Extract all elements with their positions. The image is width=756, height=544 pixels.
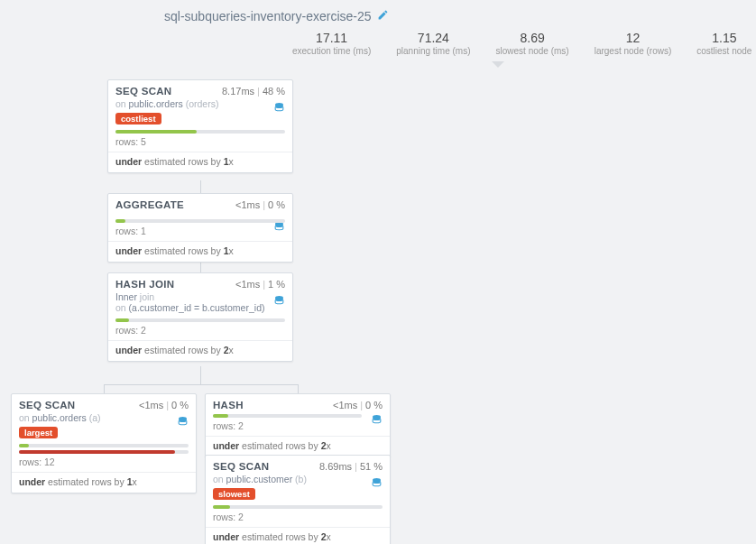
- row-estimate: under estimated rows by 1x: [108, 241, 292, 256]
- progress-fill: [115, 130, 197, 134]
- progress-bar-rows: [19, 450, 189, 454]
- progress-bar: [115, 318, 285, 322]
- stat-costliest-node: 1.15 costliest node: [684, 31, 756, 56]
- node-timing: 8.17ms|48 %: [222, 86, 285, 97]
- row-estimate: under estimated rows by 2x: [206, 436, 390, 451]
- stat-value: 17.11: [292, 31, 371, 45]
- connector: [104, 384, 105, 393]
- stat-execution-time: 17.11 execution time (ms): [280, 31, 383, 56]
- node-time-pct: 0 %: [171, 400, 189, 410]
- edit-icon[interactable]: [377, 9, 389, 23]
- node-relation: on public.customer (b): [213, 474, 383, 484]
- rows-count: rows: 5: [115, 136, 285, 147]
- database-icon[interactable]: [177, 416, 189, 430]
- stat-label: execution time (ms): [292, 46, 371, 56]
- progress-fill: [19, 444, 29, 447]
- plan-node-hash-join[interactable]: HASH JOIN <1ms|1 % Inner join on (a.cust…: [107, 272, 293, 362]
- database-icon[interactable]: [371, 477, 383, 492]
- connector: [200, 180, 201, 193]
- database-icon[interactable]: [371, 414, 383, 429]
- page-title: sql-subqueries-inventory-exercise-25: [164, 9, 372, 23]
- stat-largest-node: 12 largest node (rows): [582, 31, 685, 56]
- node-type: SEQ SCAN: [213, 461, 269, 472]
- connector: [104, 384, 298, 385]
- node-time-pct: 48 %: [263, 86, 285, 97]
- tag-largest: largest: [19, 427, 58, 438]
- row-estimate: under estimated rows by 1x: [12, 472, 196, 487]
- row-estimate: under estimated rows by 2x: [108, 340, 292, 355]
- plan-node-seq-scan-orders[interactable]: SEQ SCAN 8.17ms|48 % on public.orders (o…: [107, 79, 293, 173]
- node-time-value: 8.17ms: [222, 86, 254, 97]
- node-timing: <1ms|0 %: [333, 400, 383, 410]
- progress-fill: [115, 318, 129, 322]
- rows-count: rows: 2: [115, 325, 285, 336]
- connector: [298, 384, 299, 393]
- node-time-value: <1ms: [139, 400, 163, 410]
- node-timing: 8.69ms|51 %: [319, 461, 383, 472]
- database-icon[interactable]: [273, 295, 285, 309]
- node-relation: on public.orders (orders): [115, 98, 285, 109]
- progress-bar: [19, 444, 189, 447]
- row-estimate: under estimated rows by 1x: [108, 152, 292, 167]
- node-header: SEQ SCAN 8.17ms|48 %: [115, 86, 285, 97]
- row-estimate: under estimated rows by 2x: [206, 527, 390, 542]
- node-header: AGGREGATE <1ms|0 %: [115, 199, 285, 210]
- stat-value: 12: [595, 31, 672, 45]
- stat-label: slowest node (ms): [496, 46, 569, 56]
- rows-count: rows: 2: [213, 420, 383, 431]
- progress-fill: [213, 505, 230, 509]
- tag-slowest: slowest: [213, 488, 255, 500]
- rows-count: rows: 1: [115, 226, 285, 236]
- node-timing: <1ms|0 %: [235, 199, 285, 210]
- node-type: HASH JOIN: [115, 279, 174, 290]
- database-icon[interactable]: [273, 102, 285, 116]
- database-icon[interactable]: [273, 221, 285, 235]
- node-join-type: Inner join: [115, 291, 285, 302]
- rows-count: rows: 12: [19, 456, 189, 467]
- stat-value: 1.15: [696, 31, 751, 45]
- plan-node-aggregate[interactable]: AGGREGATE <1ms|0 % rows: 1 under estimat…: [107, 193, 293, 263]
- node-time-pct: 1 %: [268, 279, 285, 290]
- node-time-value: <1ms: [235, 279, 260, 290]
- progress-fill: [19, 450, 175, 454]
- stat-label: largest node (rows): [595, 46, 672, 56]
- node-time-value: <1ms: [235, 199, 260, 210]
- node-time-value: 8.69ms: [319, 461, 352, 472]
- node-type: SEQ SCAN: [19, 400, 75, 410]
- node-header: HASH JOIN <1ms|1 %: [115, 279, 285, 290]
- node-time-pct: 51 %: [360, 461, 383, 472]
- connector: [200, 366, 201, 384]
- node-timing: <1ms|1 %: [235, 279, 285, 290]
- node-header: SEQ SCAN <1ms|0 %: [19, 400, 189, 410]
- caret-down-icon: [492, 61, 504, 68]
- progress-fill: [115, 219, 125, 223]
- stat-planning-time: 71.24 planning time (ms): [383, 31, 483, 56]
- tag-costliest: costliest: [115, 113, 161, 124]
- node-time-pct: 0 %: [365, 400, 383, 410]
- stat-value: 71.24: [396, 31, 470, 45]
- progress-fill: [213, 414, 228, 418]
- stat-label: costliest node: [696, 46, 751, 56]
- node-time-value: <1ms: [333, 400, 357, 410]
- page-header: sql-subqueries-inventory-exercise-25: [0, 0, 756, 23]
- progress-bar: [213, 414, 362, 418]
- plan-node-seq-scan-a[interactable]: SEQ SCAN <1ms|0 % on public.orders (a) l…: [11, 393, 197, 493]
- node-relation: on public.orders (a): [19, 412, 189, 423]
- progress-bar: [115, 219, 285, 223]
- rows-count: rows: 2: [213, 512, 383, 522]
- node-time-pct: 0 %: [268, 199, 285, 210]
- node-header: HASH <1ms|0 %: [213, 400, 383, 410]
- node-type: SEQ SCAN: [115, 86, 171, 97]
- stats-bar: 17.11 execution time (ms) 71.24 planning…: [280, 31, 756, 56]
- stat-label: planning time (ms): [396, 46, 470, 56]
- progress-bar: [213, 505, 383, 509]
- progress-bar: [115, 130, 285, 134]
- stat-value: 8.69: [496, 31, 569, 45]
- stat-slowest-node: 8.69 slowest node (ms): [484, 31, 582, 56]
- node-timing: <1ms|0 %: [139, 400, 189, 410]
- node-type: HASH: [213, 400, 244, 410]
- plan-node-seq-scan-b[interactable]: SEQ SCAN 8.69ms|51 % on public.customer …: [205, 455, 391, 544]
- plan-node-hash[interactable]: HASH <1ms|0 % rows: 2 under estimated ro…: [205, 393, 391, 457]
- node-join-condition: on (a.customer_id = b.customer_id): [115, 302, 285, 313]
- node-type: AGGREGATE: [115, 199, 184, 210]
